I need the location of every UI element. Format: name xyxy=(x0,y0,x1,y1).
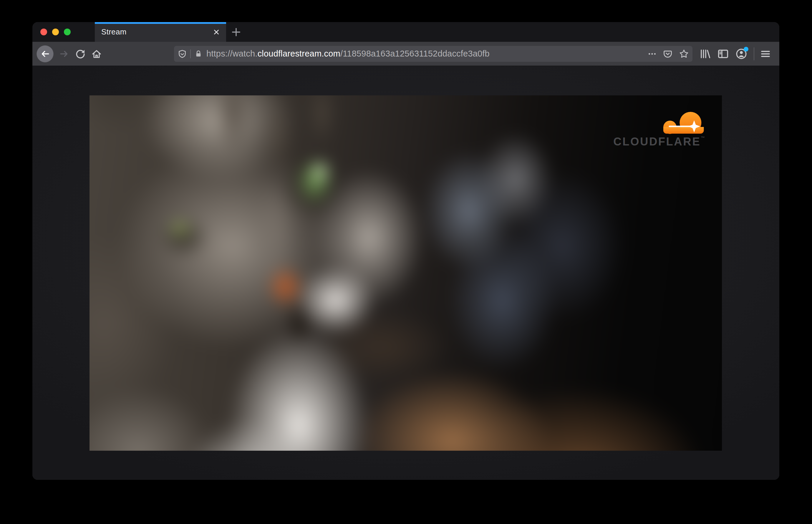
tab-title: Stream xyxy=(101,27,211,36)
forward-button[interactable] xyxy=(59,49,69,59)
close-window-button[interactable] xyxy=(40,29,47,35)
tab-close-icon[interactable] xyxy=(211,27,222,37)
new-tab-button[interactable] xyxy=(229,25,243,39)
window-controls xyxy=(40,22,71,42)
reload-button[interactable] xyxy=(75,49,85,59)
lock-icon[interactable] xyxy=(194,50,202,58)
back-arrow-icon xyxy=(40,49,50,59)
cloudflare-cloud-icon xyxy=(658,112,704,134)
new-tab-icon xyxy=(231,27,241,37)
cloudflare-text: CLOUDFLARE xyxy=(613,135,701,148)
urlbar-divider xyxy=(190,49,191,58)
zoom-window-button[interactable] xyxy=(64,29,71,35)
library-button[interactable] xyxy=(699,48,711,60)
url-text: https://watch.cloudflarestream.com/11859… xyxy=(206,49,490,59)
reload-icon xyxy=(75,49,85,59)
account-button[interactable] xyxy=(735,47,748,60)
titlebar: Stream xyxy=(32,22,779,42)
navigation-toolbar: https://watch.cloudflarestream.com/11859… xyxy=(32,42,779,66)
page-actions-ellipsis-icon[interactable] xyxy=(648,49,656,58)
url-path: /118598a163a125631152ddaccfe3a0fb xyxy=(340,49,490,58)
cloudflare-wordmark: CLOUDFLARE™ xyxy=(610,135,705,148)
cloudflare-logo: CLOUDFLARE™ xyxy=(610,112,705,148)
video-frame-cat xyxy=(90,95,722,451)
back-button[interactable] xyxy=(36,45,53,62)
account-notification-dot xyxy=(744,47,748,51)
sidebar-icon xyxy=(717,48,729,60)
minimize-window-button[interactable] xyxy=(52,29,59,35)
hamburger-menu-icon xyxy=(760,48,772,60)
toolbar-divider xyxy=(754,47,754,60)
video-player[interactable]: CLOUDFLARE™ xyxy=(90,95,722,451)
home-icon xyxy=(91,49,102,59)
menu-button[interactable] xyxy=(760,48,772,60)
bookmark-star-icon[interactable] xyxy=(679,49,689,59)
page-content: CLOUDFLARE™ xyxy=(32,66,779,480)
pocket-icon[interactable] xyxy=(663,49,672,59)
sidebar-button[interactable] xyxy=(717,48,729,60)
trademark-symbol: ™ xyxy=(701,135,705,140)
tracking-protection-shield-icon[interactable] xyxy=(178,49,186,58)
library-icon xyxy=(699,48,711,60)
forward-arrow-icon xyxy=(59,49,69,59)
browser-window: Stream xyxy=(32,22,779,480)
url-domain: cloudflarestream.com xyxy=(258,49,340,58)
url-prefix: https://watch. xyxy=(206,49,258,58)
home-button[interactable] xyxy=(91,49,102,59)
tab-stream[interactable]: Stream xyxy=(95,22,226,42)
address-bar[interactable]: https://watch.cloudflarestream.com/11859… xyxy=(174,46,693,62)
